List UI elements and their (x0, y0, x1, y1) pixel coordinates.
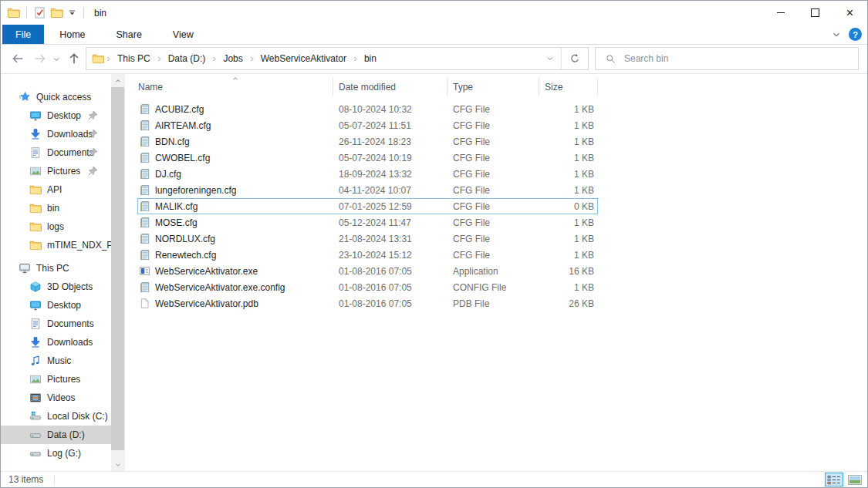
sidebar-item-label: Pictures (47, 374, 80, 385)
search-input[interactable] (623, 52, 858, 65)
expand-ribbon-icon[interactable] (831, 29, 842, 40)
column-header-size[interactable]: Size (539, 78, 598, 96)
thumbnails-view-button[interactable] (846, 473, 864, 486)
breadcrumb-item-jobs[interactable]: Jobs (218, 48, 247, 69)
new-folder-icon[interactable] (50, 6, 63, 19)
maximize-button[interactable] (798, 1, 833, 25)
sidebar-item-mtime-ndx-pr[interactable]: mTIME_NDX_PR (1, 236, 111, 254)
search-box[interactable] (595, 47, 859, 70)
breadcrumb-separator-icon (156, 56, 163, 62)
address-dropdown-button[interactable] (539, 48, 561, 69)
tab-home[interactable]: Home (44, 25, 100, 44)
scroll-down-button[interactable] (111, 458, 124, 471)
file-date: 07-01-2025 12:59 (333, 201, 448, 212)
sidebar-item-downloads[interactable]: Downloads (1, 333, 111, 352)
recent-locations-icon[interactable] (52, 55, 61, 64)
file-row-webserviceaktivator-pdb[interactable]: WebServiceAktivator.pdb01-08-2016 07:05P… (137, 295, 598, 311)
sidebar-item-label: Pictures (47, 166, 80, 177)
sidebar-item-documents[interactable]: Documents (1, 143, 111, 162)
chevron-down-icon (114, 461, 122, 469)
column-header-type[interactable]: Type (448, 78, 539, 96)
details-view-button[interactable] (825, 473, 843, 486)
sidebar-item-desktop[interactable]: Desktop (1, 296, 111, 315)
file-row-cwobel-cfg[interactable]: CWOBEL.cfg05-07-2024 10:19CFG File1 KB (137, 150, 598, 166)
refresh-button[interactable] (561, 48, 588, 69)
breadcrumb-item-this-pc[interactable]: This PC (113, 48, 155, 69)
sidebar-item-pictures[interactable]: Pictures (1, 162, 111, 180)
file-row-dj-cfg[interactable]: DJ.cfg18-09-2024 13:32CFG File1 KB (137, 166, 598, 182)
file-row-nordlux-cfg[interactable]: NORDLUX.cfg21-08-2024 13:31CFG File1 KB (137, 231, 598, 247)
scroll-up-button[interactable] (111, 74, 124, 87)
cfg-file-icon (139, 184, 150, 196)
file-row-airteam-cfg[interactable]: AIRTEAM.cfg05-07-2024 11:51CFG File1 KB (137, 117, 598, 133)
close-button[interactable]: × (833, 1, 867, 25)
file-type: CFG File (448, 201, 539, 212)
this-pc-icon (19, 262, 31, 274)
tab-file[interactable]: File (2, 25, 44, 44)
column-header-label: Type (453, 82, 473, 93)
scrollbar-thumb[interactable] (111, 87, 124, 450)
chevron-up-icon (114, 77, 122, 85)
file-type: CFG File (448, 153, 539, 163)
tab-view[interactable]: View (157, 25, 209, 44)
sidebar-section-label: Quick access (36, 92, 91, 103)
sidebar-item-logs[interactable]: logs (1, 217, 111, 236)
sidebar-item-videos[interactable]: Videos (1, 389, 111, 407)
file-name: CWOBEL.cfg (155, 153, 210, 163)
status-bar: 13 items (1, 471, 867, 487)
sidebar-section-this-pc[interactable]: This PC (1, 259, 111, 278)
sidebar-item-data-d[interactable]: Data (D:) (1, 426, 111, 444)
file-row-malik-cfg[interactable]: MALIK.cfg07-01-2025 12:59CFG File0 KB (137, 198, 598, 214)
sidebar-item-label: logs (47, 221, 64, 232)
navigation-toolbar: This PCData (D:)JobsWebServiceAktivatorb… (1, 45, 867, 74)
column-header-date-modified[interactable]: Date modified (333, 78, 448, 96)
up-button[interactable] (67, 52, 81, 66)
breadcrumb-item-bin[interactable]: bin (360, 48, 381, 69)
tab-share[interactable]: Share (101, 25, 157, 44)
sidebar-item-documents[interactable]: Documents (1, 315, 111, 333)
maximize-icon (811, 8, 819, 17)
file-row-acubiz-cfg[interactable]: ACUBIZ.cfg08-10-2024 10:32CFG File1 KB (137, 101, 598, 117)
pin-icon (86, 128, 99, 140)
file-row-lungeforeningen-cfg[interactable]: lungeforeningen.cfg04-11-2024 10:07CFG F… (137, 182, 598, 198)
file-row-webserviceaktivator-exe[interactable]: WebServiceAktivator.exe01-08-2016 07:05A… (137, 263, 598, 279)
sidebar-item-local-disk-c[interactable]: Local Disk (C:) (1, 407, 111, 426)
file-row-renewtech-cfg[interactable]: Renewtech.cfg23-10-2024 15:12CFG File1 K… (137, 247, 598, 263)
details-view-icon (827, 475, 841, 485)
sidebar-scrollbar[interactable] (111, 74, 124, 471)
file-name-cell: NORDLUX.cfg (137, 233, 333, 244)
sidebar-item-3d-objects[interactable]: 3D Objects (1, 278, 111, 296)
sidebar-item-music[interactable]: Music (1, 352, 111, 370)
file-row-webserviceaktivator-exe-config[interactable]: WebServiceAktivator.exe.config01-08-2016… (137, 279, 598, 295)
file-name-cell: MALIK.cfg (137, 200, 333, 212)
pictures-icon (29, 165, 42, 177)
sidebar-item-label: Log (G:) (47, 448, 81, 459)
sidebar-item-bin[interactable]: bin (1, 199, 111, 217)
sidebar-item-api[interactable]: API (1, 180, 111, 199)
file-row-mose-cfg[interactable]: MOSE.cfg05-12-2024 11:47CFG File1 KB (137, 214, 598, 231)
breadcrumb-item-webserviceaktivator[interactable]: WebServiceAktivator (256, 48, 351, 69)
window-title: bin (94, 8, 106, 19)
address-bar[interactable]: This PCData (D:)JobsWebServiceAktivatorb… (86, 47, 589, 70)
file-date: 01-08-2016 07:05 (333, 266, 448, 277)
sidebar-item-desktop[interactable]: Desktop (1, 106, 111, 125)
minimize-button[interactable] (763, 1, 798, 25)
sidebar-item-pictures[interactable]: Pictures (1, 370, 111, 389)
sidebar-item-downloads[interactable]: Downloads (1, 125, 111, 143)
sidebar-section-quick-access[interactable]: Quick access (1, 88, 111, 106)
forward-button[interactable] (33, 52, 47, 66)
breadcrumb: This PCData (D:)JobsWebServiceAktivatorb… (104, 48, 381, 69)
breadcrumb-item-data-d[interactable]: Data (D:) (164, 48, 211, 69)
desktop-icon (29, 109, 42, 122)
file-size: 1 KB (539, 153, 598, 163)
sidebar-item-label: bin (47, 203, 59, 214)
column-header-name[interactable]: Name (137, 78, 333, 96)
help-button[interactable]: ? (849, 28, 862, 41)
customize-toolbar-icon[interactable] (67, 8, 77, 18)
file-row-bdn-cfg[interactable]: BDN.cfg26-11-2024 18:23CFG File1 KB (137, 133, 598, 150)
file-date: 26-11-2024 18:23 (333, 136, 448, 147)
sidebar-item-log-g[interactable]: Log (G:) (1, 444, 111, 463)
back-button[interactable] (11, 52, 25, 66)
sidebar-item-label: mTIME_NDX_PR (47, 240, 111, 251)
properties-icon[interactable] (33, 6, 46, 19)
